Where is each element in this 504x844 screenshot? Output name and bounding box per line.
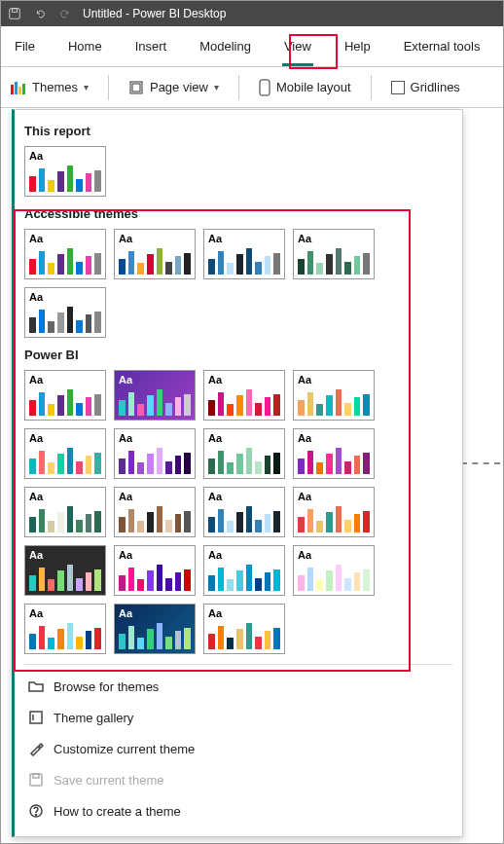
svg-rect-4 [18, 87, 21, 94]
theme-bars [29, 304, 101, 333]
theme-bars [119, 503, 191, 532]
svg-rect-9 [30, 712, 42, 723]
theme-thumbnail[interactable]: Aa [114, 545, 196, 596]
theme-thumbnail[interactable]: Aa [114, 229, 196, 279]
mobile-button[interactable]: Mobile layout [259, 79, 351, 96]
pageview-button[interactable]: Page view ▾ [128, 80, 219, 95]
theme-bars [298, 562, 370, 591]
theme-thumbnail[interactable]: Aa [114, 370, 196, 421]
svg-rect-10 [30, 774, 42, 786]
theme-bars [119, 386, 191, 416]
theme-sample-text: Aa [119, 233, 132, 244]
theme-sample-text: Aa [208, 491, 222, 502]
themes-button[interactable]: Themes ▾ [9, 79, 89, 96]
svg-point-13 [36, 815, 37, 816]
menu-file[interactable]: File [7, 31, 43, 61]
theme-thumbnail[interactable]: Aa [24, 604, 106, 654]
menu-external[interactable]: External tools [396, 31, 488, 61]
theme-bars [298, 386, 370, 416]
themes-icon [9, 79, 26, 96]
svg-rect-11 [33, 774, 39, 778]
pageview-label: Page view [150, 80, 208, 94]
theme-sample-text: Aa [298, 491, 311, 502]
theme-bars [29, 445, 101, 474]
theme-gallery[interactable]: Theme gallery [24, 702, 452, 733]
theme-thumbnail[interactable]: Aa [293, 229, 375, 279]
svg-rect-0 [10, 9, 20, 19]
chevron-down-icon: ▾ [214, 82, 219, 92]
save-icon[interactable] [7, 6, 22, 21]
theme-sample-text: Aa [29, 549, 43, 561]
theme-thumbnail[interactable]: Aa [24, 487, 106, 537]
ribbon-toolbar: Themes ▾ Page view ▾ Mobile layout Gridl… [1, 67, 503, 108]
theme-sample-text: Aa [298, 432, 311, 444]
theme-thumbnail[interactable]: Aa [24, 229, 106, 279]
theme-sample-text: Aa [29, 291, 43, 303]
theme-bars [208, 386, 280, 416]
theme-sample-text: Aa [119, 432, 132, 444]
gridlines-checkbox[interactable]: Gridlines [391, 80, 460, 94]
theme-thumbnail[interactable]: Aa [114, 487, 196, 537]
theme-thumbnail[interactable]: Aa [24, 287, 106, 338]
redo-icon[interactable] [57, 6, 73, 21]
theme-thumbnail[interactable]: Aa [203, 428, 285, 479]
pageview-icon [128, 80, 144, 95]
svg-rect-8 [260, 80, 270, 95]
theme-sample-text: Aa [29, 432, 43, 444]
mobile-label: Mobile layout [276, 80, 351, 94]
theme-sample-text: Aa [119, 491, 132, 502]
theme-thumbnail[interactable]: Aa [203, 545, 285, 596]
theme-thumbnail[interactable]: Aa [203, 604, 285, 654]
theme-thumbnail[interactable]: Aa [203, 370, 285, 421]
theme-thumbnail[interactable]: Aa [114, 604, 196, 654]
menu-modeling[interactable]: Modeling [192, 31, 259, 61]
customize-theme[interactable]: Customize current theme [24, 733, 452, 764]
theme-sample-text: Aa [119, 374, 132, 385]
theme-sample-text: Aa [298, 233, 311, 244]
theme-thumbnail[interactable]: Aa [293, 545, 375, 596]
gridlines-label: Gridlines [411, 80, 460, 94]
svg-rect-2 [11, 85, 14, 94]
theme-bars [208, 445, 280, 474]
theme-sample-text: Aa [298, 549, 311, 561]
menu-insert[interactable]: Insert [127, 31, 175, 61]
theme-bars [208, 503, 280, 532]
theme-thumbnail[interactable]: Aa [203, 229, 285, 279]
theme-bars [119, 620, 191, 649]
theme-thumbnail[interactable]: Aa [24, 146, 106, 197]
undo-icon[interactable] [32, 6, 48, 21]
titlebar: Untitled - Power BI Desktop [1, 1, 503, 26]
theme-sample-text: Aa [298, 374, 311, 385]
customize-icon [28, 741, 44, 756]
browse-themes[interactable]: Browse for themes [24, 671, 452, 702]
menu-view[interactable]: View [276, 31, 319, 61]
folder-icon [28, 679, 44, 694]
help-icon [28, 803, 44, 819]
svg-rect-3 [15, 82, 18, 94]
menu-home[interactable]: Home [60, 31, 110, 61]
theme-sample-text: Aa [119, 607, 132, 619]
theme-sample-text: Aa [208, 374, 222, 385]
theme-bars [119, 562, 191, 591]
theme-thumbnail[interactable]: Aa [293, 487, 375, 537]
menu-help[interactable]: Help [337, 31, 378, 61]
theme-bars [119, 245, 191, 275]
theme-thumbnail[interactable]: Aa [24, 370, 106, 421]
theme-thumbnail[interactable]: Aa [24, 428, 106, 479]
theme-sample-text: Aa [119, 549, 132, 561]
chevron-down-icon: ▾ [84, 82, 89, 92]
theme-bars [29, 562, 101, 591]
theme-sample-text: Aa [208, 233, 222, 244]
theme-thumbnail[interactable]: Aa [293, 370, 375, 421]
theme-thumbnail[interactable]: Aa [114, 428, 196, 479]
svg-rect-1 [12, 9, 17, 13]
theme-thumbnail[interactable]: Aa [24, 545, 106, 596]
section-this-report: This report [24, 124, 452, 138]
theme-sample-text: Aa [208, 607, 222, 619]
mobile-icon [259, 79, 270, 96]
howto-theme[interactable]: How to create a theme [24, 795, 452, 826]
theme-thumbnail[interactable]: Aa [293, 428, 375, 479]
theme-thumbnail[interactable]: Aa [203, 487, 285, 537]
theme-bars [29, 163, 101, 192]
window-title: Untitled - Power BI Desktop [83, 7, 226, 20]
